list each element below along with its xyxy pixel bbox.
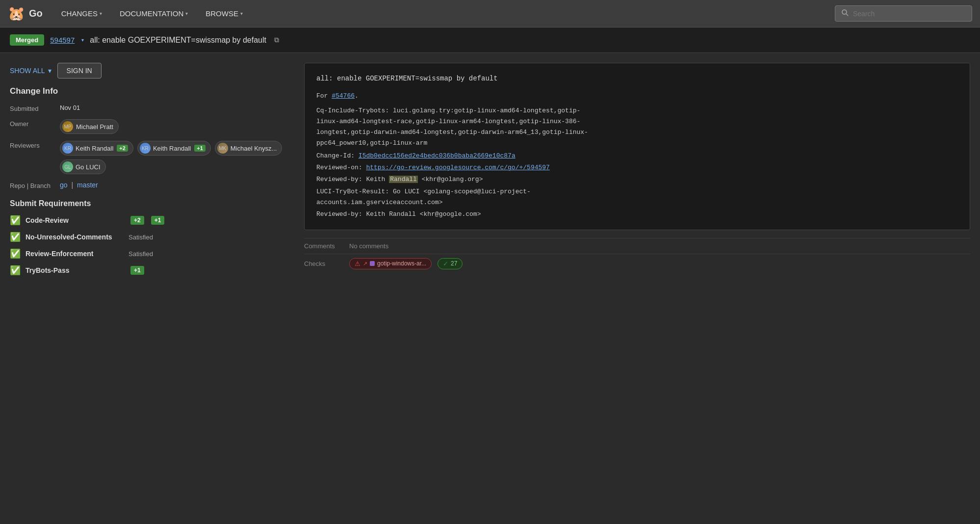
copy-icon[interactable]: ⧉ — [274, 36, 279, 44]
comments-label: Comments — [304, 242, 343, 250]
commit-msg-for: For #54766. — [316, 91, 958, 102]
chevron-down-icon: ▾ — [81, 37, 84, 43]
left-panel: SHOW ALL ▾ SIGN IN Change Info Submitted… — [10, 63, 294, 282]
separator: | — [71, 181, 73, 189]
nav-browse[interactable]: BROWSE ▾ — [199, 5, 250, 22]
comments-value: No comments — [349, 242, 388, 250]
reviewer-list: KR Keith Randall +2 KR Keith Randall +1 … — [60, 141, 294, 174]
chevron-down-icon: ▾ — [240, 11, 243, 16]
reviewer-chip[interactable]: MK Michael Knysz... — [215, 141, 283, 156]
change-subheader: Merged 594597 ▾ all: enable GOEXPERIMENT… — [0, 27, 980, 53]
req-status: Satisfied — [129, 234, 153, 241]
nav-documentation[interactable]: DOCUMENTATION ▾ — [113, 5, 195, 22]
commit-msg-luci: LUCI-TryBot-Result: Go LUCI <golang-scop… — [316, 186, 958, 208]
external-link-icon: ↗ — [363, 261, 367, 267]
nav-changes[interactable]: CHANGES ▾ — [54, 5, 109, 22]
reviewed-on-link[interactable]: https://go-review.googlesource.com/c/go/… — [366, 164, 549, 171]
highlighted-randall: Randall — [389, 176, 418, 183]
comments-row: Comments No comments — [304, 238, 970, 254]
owner-row: Owner MP Michael Pratt — [10, 119, 294, 134]
check-pass-badge[interactable]: ✓ 27 — [438, 258, 463, 269]
check-circle-icon: ✅ — [10, 215, 21, 226]
req-status: Satisfied — [129, 250, 153, 258]
reviewers-label: Reviewers — [10, 141, 54, 149]
repo-branch-label: Repo | Branch — [10, 181, 54, 189]
req-name: Review-Enforcement — [26, 250, 124, 258]
avatar: MK — [217, 143, 228, 154]
chevron-down-icon: ▾ — [48, 67, 52, 75]
check-fail-label: gotip-windows-ar... — [377, 260, 426, 267]
check-fail-badge[interactable]: ⚠ ↗ gotip-windows-ar... — [349, 258, 432, 269]
chevron-down-icon: ▾ — [100, 11, 102, 16]
submitted-value: Nov 01 — [60, 104, 80, 111]
check-circle-icon: ✅ — [10, 265, 21, 276]
repo-branch-row: Repo | Branch go | master — [10, 181, 294, 189]
sign-in-button[interactable]: SIGN IN — [57, 63, 102, 79]
change-id-hash-link[interactable]: I5db0edcc156ed2e4bedc036b0baba2669e10c87… — [359, 152, 516, 159]
app-name: Go — [29, 8, 43, 19]
change-title: all: enable GOEXPERIMENT=swissmap by def… — [90, 36, 266, 45]
show-all-label: SHOW ALL — [10, 67, 45, 75]
reviewer-name: Keith Randall — [153, 145, 191, 152]
reviewer-name: Go LUCI — [76, 163, 101, 171]
repo-link[interactable]: go — [60, 181, 68, 189]
logo-area[interactable]: 🐹 Go — [8, 5, 43, 22]
commit-msg-cq: Cq-Include-Trybots: luci.golang.try:goti… — [316, 105, 958, 149]
owner-name: Michael Pratt — [76, 123, 113, 131]
search-bar[interactable] — [835, 5, 972, 22]
change-id-link[interactable]: 594597 — [50, 36, 75, 44]
commit-msg-reviewed-by-1: Reviewed-by: Keith Randall <khr@golang.o… — [316, 174, 958, 185]
submit-req-title: Submit Requirements — [10, 199, 294, 208]
submitted-row: Submitted Nov 01 — [10, 104, 294, 112]
commit-msg-reviewed-on: Reviewed-on: https://go-review.googlesou… — [316, 162, 958, 173]
branch-link[interactable]: master — [77, 181, 98, 189]
nav-changes-label: CHANGES — [61, 9, 98, 18]
req-code-review: ✅ Code-Review +2 +1 — [10, 215, 294, 226]
check-pass-count: 27 — [451, 260, 457, 267]
right-panel: all: enable GOEXPERIMENT=swissmap by def… — [304, 63, 970, 282]
reviewer-chip[interactable]: KR Keith Randall +2 — [60, 141, 133, 156]
check-circle-icon: ✅ — [10, 248, 21, 259]
svg-line-1 — [847, 14, 849, 16]
go-gopher-icon: 🐹 — [8, 5, 25, 22]
commit-msg-reviewed-by-2: Reviewed-by: Keith Randall <khr@google.c… — [316, 209, 958, 220]
score-badge: +1 — [130, 266, 144, 275]
reviewer-name: Keith Randall — [76, 145, 113, 152]
reviewers-row: Reviewers KR Keith Randall +2 KR Keith R… — [10, 141, 294, 174]
show-all-button[interactable]: SHOW ALL ▾ — [10, 67, 52, 75]
req-trybots-pass: ✅ TryBots-Pass +1 — [10, 265, 294, 276]
issue-link[interactable]: #54766 — [332, 92, 355, 100]
main-content: SHOW ALL ▾ SIGN IN Change Info Submitted… — [0, 53, 980, 291]
warning-icon: ⚠ — [355, 260, 361, 267]
req-name: Code-Review — [26, 216, 124, 224]
avatar: KR — [140, 143, 151, 154]
search-icon — [841, 9, 849, 18]
reviewer-chip[interactable]: GL Go LUCI — [60, 159, 106, 174]
change-info-title: Change Info — [10, 86, 294, 96]
repo-branch-value: go | master — [60, 181, 98, 189]
check-circle-icon: ✓ — [443, 260, 448, 267]
commit-message-box: all: enable GOEXPERIMENT=swissmap by def… — [304, 63, 970, 230]
vote-badge: +1 — [194, 145, 206, 152]
avatar: KR — [62, 143, 73, 154]
score-badge: +1 — [151, 216, 165, 225]
checks-row: Checks ⚠ ↗ gotip-windows-ar... ✓ 27 — [304, 254, 970, 273]
actions-bar: SHOW ALL ▾ SIGN IN — [10, 63, 294, 79]
reviewer-name: Michael Knysz... — [231, 145, 277, 152]
checks-label: Checks — [304, 260, 343, 267]
reviewer-chip[interactable]: KR Keith Randall +1 — [137, 141, 211, 156]
score-badge: +2 — [130, 216, 144, 225]
req-review-enforcement: ✅ Review-Enforcement Satisfied — [10, 248, 294, 259]
search-input[interactable] — [853, 10, 966, 18]
top-navigation: 🐹 Go CHANGES ▾ DOCUMENTATION ▾ BROWSE ▾ — [0, 0, 980, 27]
chevron-down-icon: ▾ — [185, 11, 188, 16]
purple-dot-icon — [370, 261, 375, 266]
owner-chip[interactable]: MP Michael Pratt — [60, 119, 119, 134]
req-name: No-Unresolved-Comments — [26, 233, 124, 241]
owner-label: Owner — [10, 119, 54, 128]
check-circle-icon: ✅ — [10, 232, 21, 242]
avatar: MP — [62, 121, 73, 132]
vote-badge: +2 — [117, 145, 128, 152]
merged-badge: Merged — [10, 34, 44, 46]
commit-msg-title: all: enable GOEXPERIMENT=swissmap by def… — [316, 73, 958, 85]
